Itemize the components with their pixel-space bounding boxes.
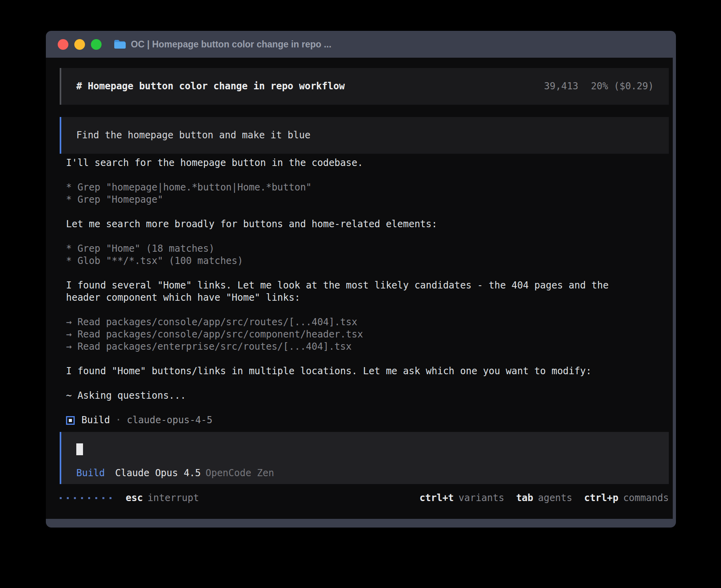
status-bar-left: escinterrupt [60, 492, 199, 504]
tool-call-line: * Grep "Home" (18 matches) [66, 243, 669, 255]
shortcuts-right: ctrl+tvariantstabagentsctrl+pcommands [419, 492, 669, 504]
agent-status-row: Build · claude-opus-4-5 [66, 414, 669, 426]
blank-line [66, 304, 669, 316]
token-count: 39,413 [544, 80, 578, 92]
tool-call-line: → Read packages/enterprise/src/routes/[.… [66, 341, 669, 353]
terminal-view: # Homepage button color change in repo w… [46, 58, 673, 519]
shortcut-hint: ctrl+pcommands [584, 492, 669, 504]
shortcut-key: tab [516, 492, 533, 504]
blank-line [66, 230, 669, 243]
shortcut-label: variants [459, 492, 504, 504]
spinner-dot [67, 497, 69, 499]
user-message-text: Find the homepage button and make it blu… [76, 130, 310, 141]
session-title: # Homepage button color change in repo w… [76, 80, 345, 92]
window-titlebar[interactable]: OC | Homepage button color change in rep… [46, 31, 676, 58]
context-usage: 20% ($0.29) [591, 80, 654, 92]
tool-call-line: → Read packages/console/app/src/componen… [66, 328, 669, 341]
shortcut-hint: tabagents [516, 492, 572, 504]
session-meta: 39,413 20% ($0.29) [544, 80, 654, 92]
assistant-text-line: Let me search more broadly for buttons a… [66, 218, 669, 230]
shortcut-label: commands [623, 492, 669, 504]
app-window: OC | Homepage button color change in rep… [46, 31, 676, 528]
shortcut-label: interrupt [147, 492, 199, 504]
provider-indicator: OpenCode Zen [206, 467, 274, 479]
status-bar: escinterrupt ctrl+tvariantstabagentsctrl… [60, 492, 669, 504]
prompt-input[interactable] [76, 443, 654, 455]
shortcut-label: agents [538, 492, 572, 504]
spinner-dot [74, 497, 76, 499]
blank-line [66, 353, 669, 365]
model-indicator[interactable]: Claude Opus 4.5 [115, 467, 201, 479]
shortcut-key: esc [126, 492, 143, 504]
agent-build-icon [66, 416, 75, 425]
tool-call-line: * Glob "**/*.tsx" (100 matches) [66, 255, 669, 267]
shortcut-hint: ctrl+tvariants [419, 492, 504, 504]
agent-separator: · [115, 414, 121, 426]
shortcuts-left: escinterrupt [126, 492, 199, 504]
shortcut-hint: escinterrupt [126, 492, 199, 504]
folder-icon [113, 39, 126, 49]
blank-line [66, 169, 669, 181]
tool-call-line: → Read packages/console/app/src/routes/[… [66, 316, 669, 328]
status-line: ~ Asking questions... [66, 390, 669, 402]
tool-call-line: * Grep "homepage|home.*button|Home.*butt… [66, 181, 669, 194]
working-spinner [60, 497, 111, 499]
agent-name: Build [81, 414, 110, 426]
user-message-panel: Find the homepage button and make it blu… [60, 117, 669, 154]
spinner-dot [109, 497, 111, 499]
text-cursor [76, 443, 83, 455]
spinner-dot [60, 497, 62, 499]
shortcut-key: ctrl+p [584, 492, 619, 504]
prompt-input-panel[interactable]: Build Claude Opus 4.5 OpenCode Zen [60, 432, 669, 484]
tool-call-line: * Grep "Homepage" [66, 194, 669, 206]
window-title: OC | Homepage button color change in rep… [131, 39, 331, 50]
input-footer: Build Claude Opus 4.5 OpenCode Zen [76, 467, 654, 479]
blank-line [66, 206, 669, 218]
spinner-dot [95, 497, 97, 499]
close-window-button[interactable] [58, 39, 68, 50]
zoom-window-button[interactable] [91, 39, 102, 50]
conversation: I'll search for the homepage button in t… [66, 157, 669, 414]
spinner-dot [88, 497, 90, 499]
assistant-text-line: header component which have "Home" links… [66, 292, 669, 304]
assistant-text-line: I'll search for the homepage button in t… [66, 157, 669, 169]
blank-line [66, 402, 669, 414]
shortcut-key: ctrl+t [419, 492, 454, 504]
traffic-lights [58, 39, 102, 50]
mode-indicator[interactable]: Build [76, 467, 105, 479]
session-header-panel: # Homepage button color change in repo w… [60, 68, 669, 105]
blank-line [66, 377, 669, 390]
agent-model: claude-opus-4-5 [127, 414, 213, 426]
assistant-text-line: I found several "Home" links. Let me loo… [66, 279, 669, 292]
minimize-window-button[interactable] [74, 39, 85, 50]
title-group: OC | Homepage button color change in rep… [113, 39, 331, 50]
blank-line [66, 267, 669, 279]
assistant-text-line: I found "Home" buttons/links in multiple… [66, 365, 669, 377]
spinner-dot [102, 497, 104, 499]
spinner-dot [81, 497, 83, 499]
